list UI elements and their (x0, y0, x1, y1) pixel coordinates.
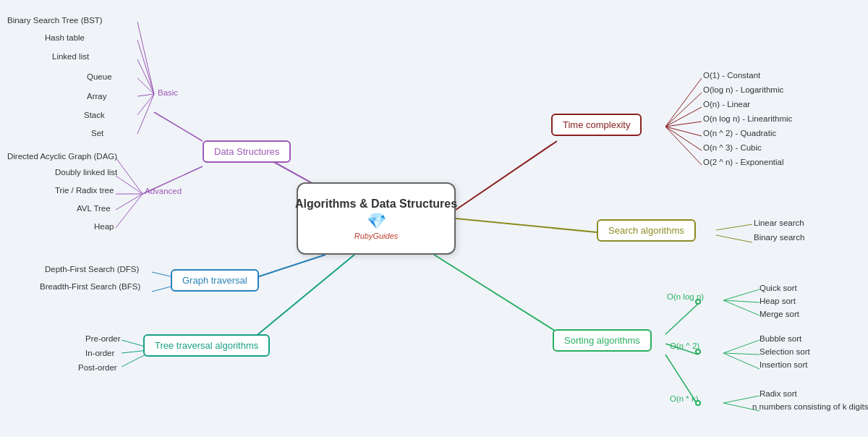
tc-quadratic: O(n ^ 2) - Quadratic (703, 129, 776, 137)
tc-linearithmic: O(n log n) - Linearithmic (703, 114, 792, 123)
svg-line-8 (137, 94, 154, 115)
svg-line-17 (665, 93, 702, 127)
svg-line-34 (723, 353, 760, 355)
graph-traversal-node: Graph traversal (171, 269, 259, 292)
insertion-sort-item: Insertion sort (760, 360, 807, 369)
nk-label: O(n * k) (670, 394, 699, 403)
dfs-item: Depth-First Search (DFS) (45, 265, 139, 273)
tc-cubic: O(n ^ 3) - Cubic (703, 143, 762, 152)
search-algorithms-label: Search algorithms (608, 225, 684, 236)
n2-label: O(n ^ 2) (670, 341, 699, 350)
sorting-algorithms-node: Sorting algorithms (553, 329, 652, 352)
search-algorithms-node: Search algorithms (597, 219, 696, 242)
center-node: Algorithms & Data Structures 💎 RubyGuide… (297, 182, 456, 255)
nk-desc-item: n numbers consisting of k digits (752, 402, 868, 411)
hash-table-item: Hash table (45, 33, 85, 42)
svg-line-32 (723, 300, 760, 315)
selection-sort-item: Selection sort (760, 347, 810, 356)
svg-line-13 (116, 194, 142, 210)
linear-search-item: Linear search (754, 218, 804, 227)
svg-line-10 (116, 158, 142, 194)
heap-sort-item: Heap sort (760, 297, 796, 305)
sorting-algorithms-label: Sorting algorithms (564, 335, 640, 346)
svg-line-25 (716, 235, 752, 242)
data-structures-node: Data Structures (203, 140, 291, 163)
avl-tree-item: AVL Tree (77, 204, 111, 213)
graph-traversal-label: Graph traversal (182, 275, 247, 286)
in-order-item: In-order (85, 349, 114, 357)
time-complexity-node: Time complexity (551, 114, 642, 136)
svg-line-35 (723, 353, 760, 369)
data-structures-label: Data Structures (214, 146, 279, 157)
advanced-label: Advanced (145, 187, 182, 195)
svg-line-16 (665, 78, 702, 127)
basic-label: Basic (158, 88, 178, 97)
n2-dot (695, 349, 701, 355)
svg-line-18 (665, 107, 702, 127)
svg-line-33 (723, 340, 760, 353)
svg-line-11 (116, 176, 142, 194)
tc-logarithmic: O(log n) - Logarithmic (703, 85, 783, 94)
doubly-linked-list-item: Doubly linked list (55, 168, 117, 177)
merge-sort-item: Merge sort (760, 310, 799, 318)
tc-linear: O(n) - Linear (703, 100, 750, 109)
svg-line-27 (665, 304, 698, 334)
svg-line-4 (137, 40, 154, 94)
time-complexity-label: Time complexity (563, 119, 630, 130)
quick-sort-item: Quick sort (760, 284, 797, 292)
svg-line-9 (137, 94, 154, 134)
svg-line-21 (665, 127, 702, 150)
svg-line-30 (723, 289, 760, 300)
array-item: Array (87, 92, 106, 101)
center-title: Algorithms & Data Structures (295, 198, 457, 211)
svg-line-19 (665, 122, 702, 127)
ruby-gem-icon: 💎 (367, 212, 386, 231)
set-item: Set (91, 129, 103, 137)
svg-line-22 (665, 127, 702, 165)
svg-line-26 (434, 255, 561, 334)
binary-search-item: Binary search (754, 233, 804, 242)
nlogn-dot (695, 299, 701, 305)
svg-line-6 (137, 78, 154, 94)
svg-line-14 (116, 194, 142, 228)
svg-line-24 (716, 224, 752, 230)
ruby-guides-label: RubyGuides (354, 232, 399, 240)
svg-line-31 (723, 300, 760, 302)
heap-item: Heap (94, 222, 114, 231)
bubble-sort-item: Bubble sort (760, 334, 801, 343)
bst-item: Binary Search Tree (BST) (7, 16, 103, 25)
post-order-item: Post-order (78, 363, 117, 372)
nk-dot (695, 400, 701, 406)
linked-list-item: Linked list (52, 52, 89, 61)
tree-traversal-node: Tree traversal algorithms (143, 334, 270, 357)
svg-line-20 (665, 127, 702, 136)
tc-exponential: O(2 ^ n) - Exponential (703, 158, 784, 166)
pre-order-item: Pre-order (85, 334, 121, 343)
tc-constant: O(1) - Constant (703, 71, 760, 80)
dag-item: Directed Acyclic Graph (DAG) (7, 152, 117, 161)
svg-line-3 (137, 22, 154, 94)
svg-line-23 (456, 218, 604, 233)
svg-line-15 (456, 141, 557, 210)
svg-line-7 (137, 94, 154, 96)
svg-line-5 (137, 59, 154, 94)
queue-item: Queue (87, 72, 112, 81)
radix-sort-item: Radix sort (760, 389, 797, 398)
svg-line-1 (154, 112, 203, 141)
svg-line-38 (242, 255, 354, 347)
trie-item: Trie / Radix tree (55, 186, 114, 195)
tree-traversal-label: Tree traversal algorithms (155, 340, 258, 351)
stack-item: Stack (84, 111, 105, 119)
bfs-item: Breadth-First Search (BFS) (40, 282, 140, 291)
